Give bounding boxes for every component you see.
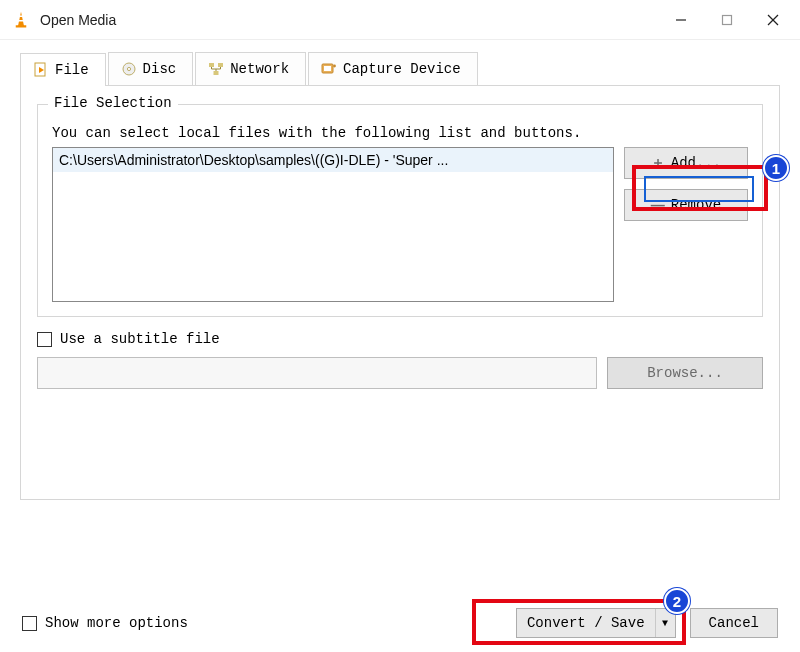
titlebar: Open Media <box>0 0 800 40</box>
file-list-item[interactable]: C:\Users\Administrator\Desktop\samples\(… <box>53 148 613 172</box>
browse-button-label: Browse... <box>647 365 723 381</box>
tab-panel-file: File Selection You can select local file… <box>20 86 780 500</box>
network-icon <box>208 61 224 77</box>
file-selection-group: File Selection You can select local file… <box>37 104 763 317</box>
svg-point-10 <box>127 67 130 70</box>
svg-rect-1 <box>18 20 24 22</box>
minimize-button[interactable] <box>658 3 704 37</box>
svg-rect-2 <box>16 25 27 27</box>
add-button[interactable]: ＋ Add... <box>624 147 748 179</box>
window-title: Open Media <box>40 12 658 28</box>
tab-disc[interactable]: Disc <box>108 52 194 85</box>
svg-rect-13 <box>214 71 219 75</box>
browse-button[interactable]: Browse... <box>607 357 763 389</box>
svg-rect-11 <box>209 63 214 67</box>
vlc-cone-icon <box>12 11 30 29</box>
subtitle-checkbox[interactable] <box>37 332 52 347</box>
tab-disc-label: Disc <box>143 61 177 77</box>
remove-button[interactable]: — Remove <box>624 189 748 221</box>
subtitle-path-input <box>37 357 597 389</box>
close-button[interactable] <box>750 3 796 37</box>
subtitle-row: Use a subtitle file <box>37 331 763 347</box>
file-selection-legend: File Selection <box>48 95 178 111</box>
plus-icon: ＋ <box>651 154 665 172</box>
show-more-checkbox[interactable] <box>22 616 37 631</box>
tab-file[interactable]: File <box>20 53 106 86</box>
cancel-button[interactable]: Cancel <box>690 608 778 638</box>
subtitle-checkbox-label: Use a subtitle file <box>60 331 220 347</box>
tab-network-label: Network <box>230 61 289 77</box>
cancel-button-label: Cancel <box>709 615 759 631</box>
remove-button-label: Remove <box>671 197 721 213</box>
file-list[interactable]: C:\Users\Administrator\Desktop\samples\(… <box>52 147 614 302</box>
maximize-button[interactable] <box>704 3 750 37</box>
file-selection-instruction: You can select local files with the foll… <box>52 125 748 141</box>
convert-save-label: Convert / Save <box>517 609 655 637</box>
tab-capture[interactable]: Capture Device <box>308 52 478 85</box>
dialog-content: File Disc Network Capture Device File Se… <box>0 40 800 500</box>
capture-icon <box>321 61 337 77</box>
tab-capture-label: Capture Device <box>343 61 461 77</box>
dropdown-caret-icon[interactable]: ▼ <box>655 609 675 637</box>
file-icon <box>33 62 49 78</box>
svg-rect-12 <box>218 63 223 67</box>
svg-rect-15 <box>324 66 331 71</box>
convert-save-button[interactable]: Convert / Save ▼ <box>516 608 676 638</box>
svg-rect-0 <box>19 15 23 17</box>
window-controls <box>658 3 796 37</box>
tab-bar: File Disc Network Capture Device <box>20 52 780 86</box>
footer-row: Show more options Convert / Save ▼ Cance… <box>22 608 778 638</box>
show-more-label: Show more options <box>45 615 188 631</box>
disc-icon <box>121 61 137 77</box>
svg-point-16 <box>333 65 336 68</box>
add-button-label: Add... <box>671 155 721 171</box>
tab-file-label: File <box>55 62 89 78</box>
minus-icon: — <box>651 197 665 213</box>
tab-network[interactable]: Network <box>195 52 306 85</box>
svg-rect-4 <box>723 15 732 24</box>
